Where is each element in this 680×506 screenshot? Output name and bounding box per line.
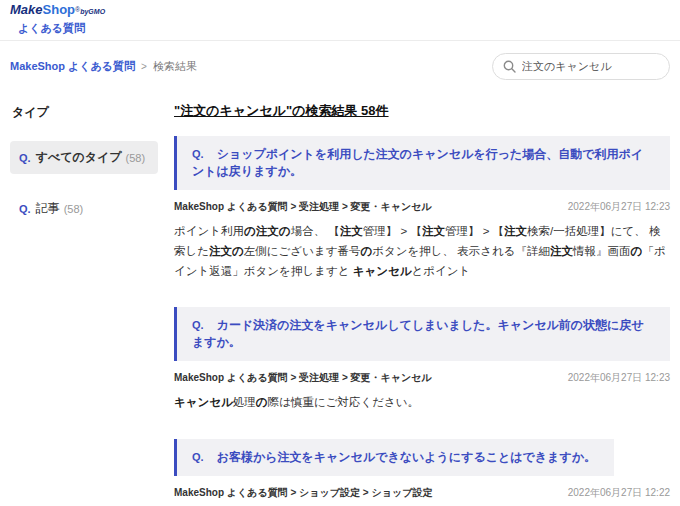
result-category-breadcrumb: MakeShop よくある質問 > ショップ設定 > ショップ設定	[174, 486, 432, 500]
search-result-item: Q.ショップポイントを利用した注文のキャンセルを行った場合、自動で利用ポイントは…	[174, 136, 670, 281]
sidebar-item-label: 記事	[36, 200, 60, 217]
sidebar-item-label: すべてのタイプ	[36, 149, 122, 166]
breadcrumb-home-link[interactable]: MakeShop よくある質問	[10, 60, 135, 72]
q-icon: Q.	[192, 148, 204, 160]
result-question-text: お客様から注文をキャンセルできないようにすることはできますか。	[217, 450, 596, 464]
result-question-text: ショップポイントを利用した注文のキャンセルを行った場合、自動で利用ポイントは戻り…	[192, 147, 643, 178]
sidebar-item-count: (58)	[64, 203, 84, 215]
result-excerpt: ポイント利用の注文の場合、 【注文管理】 > 【注文管理】 > 【注文検索/一括…	[174, 221, 670, 281]
breadcrumb-row: MakeShop よくある質問>検索結果	[0, 41, 680, 84]
result-meta: MakeShop よくある質問 > 受注処理 > 変更・キャンセル 2022年0…	[174, 200, 670, 214]
makeshop-logo[interactable]: MakeShop®byGMO	[10, 3, 670, 19]
search-icon	[503, 60, 516, 73]
breadcrumb-separator: >	[141, 61, 147, 72]
result-question-text: カード決済の注文をキャンセルしてしまいました。キャンセル前の状態に戻せますか。	[192, 318, 644, 349]
result-question-link[interactable]: Q.お客様から注文をキャンセルできないようにすることはできますか。	[174, 439, 614, 476]
logo-bygmo-text: byGMO	[80, 8, 105, 15]
result-date: 2022年06月27日 12:23	[568, 200, 670, 214]
page-title: "注文のキャンセル"の検索結果 58件	[174, 102, 670, 120]
result-excerpt: キャンセル処理の際は慎重にご対応ください。	[174, 392, 670, 412]
breadcrumb-current: 検索結果	[153, 60, 197, 72]
result-category-breadcrumb: MakeShop よくある質問 > 受注処理 > 変更・キャンセル	[174, 371, 432, 385]
result-meta: MakeShop よくある質問 > 受注処理 > 変更・キャンセル 2022年0…	[174, 371, 670, 385]
search-results-main: "注文のキャンセル"の検索結果 58件 Q.ショップポイントを利用した注文のキャ…	[174, 100, 670, 506]
type-filter-sidebar: タイプ Q. すべてのタイプ (58) Q. 記事 (58)	[10, 100, 158, 243]
sidebar-item-all-types[interactable]: Q. すべてのタイプ (58)	[10, 141, 158, 174]
breadcrumb: MakeShop よくある質問>検索結果	[10, 59, 197, 74]
result-date: 2022年06月27日 12:22	[568, 486, 670, 500]
logo-shop-text: Shop	[43, 2, 76, 17]
result-date: 2022年06月27日 12:23	[568, 371, 670, 385]
sidebar-item-articles[interactable]: Q. 記事 (58)	[10, 192, 158, 225]
site-header: MakeShop®byGMO よくある質問	[0, 0, 680, 41]
q-icon: Q.	[19, 203, 31, 215]
content-area: タイプ Q. すべてのタイプ (58) Q. 記事 (58) "注文のキャンセル…	[0, 84, 680, 506]
faq-tagline-link[interactable]: よくある質問	[18, 21, 670, 36]
sidebar-heading: タイプ	[12, 104, 158, 121]
result-question-link[interactable]: Q.ショップポイントを利用した注文のキャンセルを行った場合、自動で利用ポイントは…	[174, 136, 670, 190]
search-result-item: Q.お客様から注文をキャンセルできないようにすることはできますか。 MakeSh…	[174, 439, 670, 506]
q-icon: Q.	[19, 152, 31, 164]
sidebar-item-count: (58)	[126, 152, 146, 164]
q-icon: Q.	[192, 319, 204, 331]
logo-make-text: Make	[10, 2, 43, 17]
search-box[interactable]	[492, 53, 670, 80]
result-question-link[interactable]: Q.カード決済の注文をキャンセルしてしまいました。キャンセル前の状態に戻せますか…	[174, 307, 670, 361]
search-result-item: Q.カード決済の注文をキャンセルしてしまいました。キャンセル前の状態に戻せますか…	[174, 307, 670, 412]
search-input[interactable]	[522, 61, 659, 73]
result-meta: MakeShop よくある質問 > ショップ設定 > ショップ設定 2022年0…	[174, 486, 670, 500]
result-category-breadcrumb: MakeShop よくある質問 > 受注処理 > 変更・キャンセル	[174, 200, 432, 214]
q-icon: Q.	[192, 451, 204, 463]
